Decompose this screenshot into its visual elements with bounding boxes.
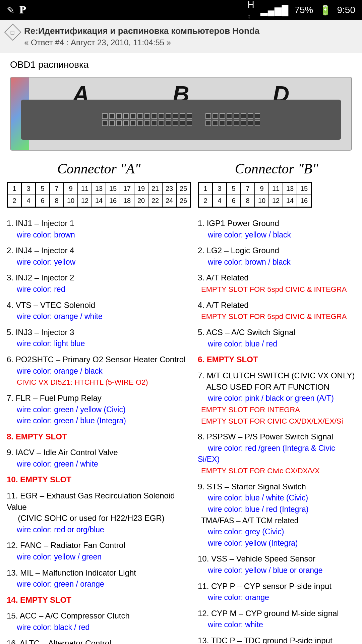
connector-body	[21, 100, 341, 140]
connector-image: A B D	[10, 77, 352, 151]
pin-a3: 3. INJ2 – Injector 2 wire color: red	[7, 272, 191, 294]
pin-a6: 6. PO2SHTC – Primary O2 Sensor Heater Co…	[7, 354, 191, 388]
status-bar: ✎ 𝐏 H↕ ▂▄▆█ 75% 🔋 9:50	[0, 0, 362, 20]
grid-b-row-1: 1 3 5 7 9 11 13 15	[198, 183, 311, 195]
signal-icon: H↕	[248, 0, 254, 21]
pin-b8: 8. PSPSW – P/S Power Switch Signal wire …	[198, 431, 355, 476]
header-subtitle: « Ответ #4 : Август 23, 2010, 11:04:55 »	[24, 37, 259, 48]
pin-a14: 14. EMPTY SLOT	[7, 594, 191, 606]
header-bar: ◇ Re:Идентификация и распиновка компьюте…	[0, 20, 362, 53]
pin-b12: 12. CYP M – CYP ground M-side signal wir…	[198, 608, 355, 630]
connector-b-pins: 1. IGP1 Power Ground wire color: yellow …	[198, 218, 355, 644]
battery-icon: 🔋	[319, 5, 331, 16]
connector-b-heading: Connector "B"	[198, 161, 355, 177]
battery-percent: 75%	[294, 5, 313, 15]
pin-b7: 7. M/T CLUTCH SWITCH (CIVIC VX ONLY) ALS…	[198, 370, 355, 426]
obd-label: OBD1 распиновка	[0, 53, 362, 70]
pin-a13: 13. MIL – Malfunction Indicator Light wi…	[7, 567, 191, 590]
connector-b-grid: 1 3 5 7 9 11 13 15 2 4 6 8 10 12 14 16	[198, 182, 312, 208]
header-icon: ◇	[4, 24, 21, 41]
pin-a11: 11. EGR – Exhaust Gas Recirculation Sole…	[7, 490, 191, 535]
pin-a15: 15. ACC – A/C Compressor Clutch wire col…	[7, 610, 191, 633]
connector-a-pins: 1. INJ1 – Injector 1 wire color: brown 2…	[7, 218, 191, 644]
pin-a5: 5. INJ3 – Injector 3 wire color: light b…	[7, 327, 191, 349]
status-right: H↕ ▂▄▆█ 75% 🔋 9:50	[248, 0, 355, 21]
header-text: Re:Идентификация и распиновка компьютеро…	[24, 25, 259, 48]
pin-a7: 7. FLR – Fuel Pump Relay wire color: gre…	[7, 392, 191, 426]
pin-b10: 10. VSS – Vehicle Speed Sensor wire colo…	[198, 553, 355, 576]
pin-a2: 2. INJ4 – Injector 4 wire color: yellow	[7, 245, 191, 267]
pin-a1: 1. INJ1 – Injector 1 wire color: brown	[7, 218, 191, 240]
connector-a-section: Connector "A" 1 3 5 7 9 11 13 15 17 19 2…	[7, 161, 191, 644]
pin-a10: 10. EMPTY SLOT	[7, 474, 191, 485]
pin-b2: 2. LG2 – Logic Ground wire color: brown …	[198, 245, 355, 267]
main-content: Connector "A" 1 3 5 7 9 11 13 15 17 19 2…	[0, 157, 362, 644]
pin-b9: 9. STS – Starter Signal Switch wire colo…	[198, 481, 355, 549]
edit-icon: ✎	[7, 5, 14, 16]
pin-a12: 12. FANC – Radiator Fan Control wire col…	[7, 540, 191, 562]
header-title: Re:Идентификация и распиновка компьютеро…	[24, 25, 259, 37]
grid-row-1: 1 3 5 7 9 11 13 15 17 19 21 23 25	[7, 183, 190, 195]
grid-b-row-2: 2 4 6 8 10 12 14 16	[198, 195, 311, 207]
pin-b5: 5. ACS – A/C Switch Signal wire color: b…	[198, 327, 355, 349]
pin-b13: 13. TDC P – TDC ground P-side input wire…	[198, 635, 355, 644]
pin-a8: 8. EMPTY SLOT	[7, 431, 191, 442]
grid-row-2: 2 4 6 8 10 12 14 16 18 20 22 24 26	[7, 195, 190, 207]
pin-a16: 16. ALTC – Alternator Control wire color…	[7, 638, 191, 644]
status-left: ✎ 𝐏	[7, 4, 25, 16]
pin-a4: 4. VTS – VTEC Solenoid wire color: orang…	[7, 300, 191, 322]
pin-b4: 4. A/T Related EMPTY SLOT FOR 5spd CIVIC…	[198, 300, 355, 322]
pin-b11: 11. CYP P – CYP sensor P-side input wire…	[198, 581, 355, 603]
pinterest-icon: 𝐏	[19, 4, 25, 16]
pin-b6: 6. EMPTY SLOT	[198, 354, 355, 365]
pin-a9: 9. IACV – Idle Air Control Valve wire co…	[7, 447, 191, 469]
pin-b3: 3. A/T Related EMPTY SLOT FOR 5spd CIVIC…	[198, 272, 355, 294]
connector-a-heading: Connector "A"	[7, 161, 191, 177]
time: 9:50	[337, 5, 356, 15]
signal-bars: ▂▄▆█	[260, 5, 289, 16]
connector-b-section: Connector "B" 1 3 5 7 9 11 13 15 2 4 6 8…	[198, 161, 355, 644]
pin-b1: 1. IGP1 Power Ground wire color: yellow …	[198, 218, 355, 240]
connector-a-grid: 1 3 5 7 9 11 13 15 17 19 21 23 25 2 4 6 …	[7, 182, 191, 208]
